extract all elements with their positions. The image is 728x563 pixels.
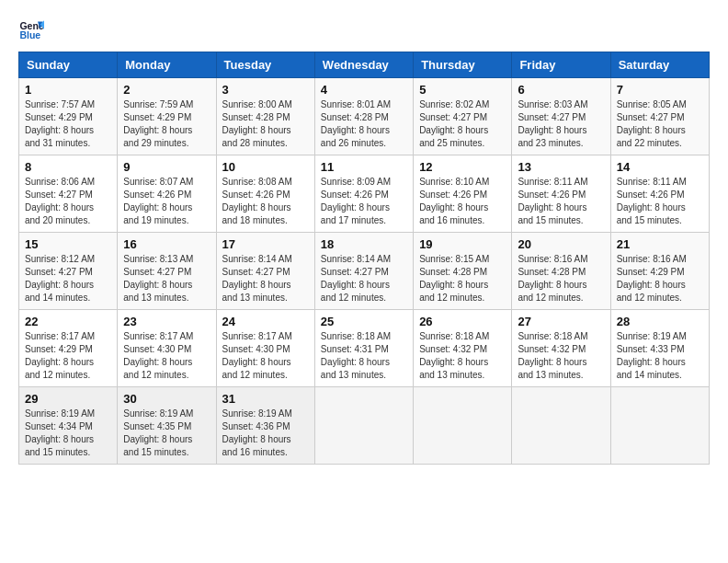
day-info: Sunrise: 8:10 AM Sunset: 4:26 PM Dayligh… bbox=[419, 176, 506, 227]
calendar-cell: 14Sunrise: 8:11 AM Sunset: 4:26 PM Dayli… bbox=[610, 155, 709, 233]
day-info: Sunrise: 8:18 AM Sunset: 4:31 PM Dayligh… bbox=[321, 330, 407, 382]
day-info: Sunrise: 7:59 AM Sunset: 4:29 PM Dayligh… bbox=[123, 98, 210, 150]
day-info: Sunrise: 8:19 AM Sunset: 4:36 PM Dayligh… bbox=[222, 408, 309, 459]
day-info: Sunrise: 8:08 AM Sunset: 4:26 PM Dayligh… bbox=[222, 176, 309, 227]
calendar-cell: 7Sunrise: 8:05 AM Sunset: 4:27 PM Daylig… bbox=[610, 78, 709, 155]
calendar-cell: 22Sunrise: 8:17 AM Sunset: 4:29 PM Dayli… bbox=[19, 310, 118, 387]
day-info: Sunrise: 8:06 AM Sunset: 4:27 PM Dayligh… bbox=[25, 176, 111, 227]
calendar-header-sunday: Sunday bbox=[19, 52, 118, 78]
calendar-cell: 5Sunrise: 8:02 AM Sunset: 4:27 PM Daylig… bbox=[414, 78, 512, 155]
day-info: Sunrise: 8:18 AM Sunset: 4:32 PM Dayligh… bbox=[518, 330, 604, 382]
day-info: Sunrise: 8:19 AM Sunset: 4:34 PM Dayligh… bbox=[25, 408, 111, 459]
calendar-cell: 24Sunrise: 8:17 AM Sunset: 4:30 PM Dayli… bbox=[216, 310, 314, 387]
calendar-cell: 25Sunrise: 8:18 AM Sunset: 4:31 PM Dayli… bbox=[314, 310, 413, 387]
day-info: Sunrise: 8:00 AM Sunset: 4:28 PM Dayligh… bbox=[222, 98, 309, 150]
calendar-cell: 3Sunrise: 8:00 AM Sunset: 4:28 PM Daylig… bbox=[216, 78, 314, 155]
day-number: 28 bbox=[617, 315, 703, 328]
day-info: Sunrise: 8:11 AM Sunset: 4:26 PM Dayligh… bbox=[518, 176, 604, 227]
day-number: 9 bbox=[123, 160, 210, 174]
day-number: 22 bbox=[25, 315, 111, 328]
day-number: 26 bbox=[419, 315, 506, 328]
day-info: Sunrise: 8:17 AM Sunset: 4:30 PM Dayligh… bbox=[222, 330, 309, 382]
calendar-cell: 10Sunrise: 8:08 AM Sunset: 4:26 PM Dayli… bbox=[216, 155, 314, 233]
day-info: Sunrise: 8:15 AM Sunset: 4:28 PM Dayligh… bbox=[419, 253, 506, 304]
day-info: Sunrise: 8:14 AM Sunset: 4:27 PM Dayligh… bbox=[321, 253, 407, 304]
day-info: Sunrise: 8:07 AM Sunset: 4:26 PM Dayligh… bbox=[123, 176, 210, 227]
calendar-week-3: 15Sunrise: 8:12 AM Sunset: 4:27 PM Dayli… bbox=[19, 233, 710, 310]
day-info: Sunrise: 8:16 AM Sunset: 4:28 PM Dayligh… bbox=[518, 253, 604, 304]
calendar-cell: 13Sunrise: 8:11 AM Sunset: 4:26 PM Dayli… bbox=[512, 155, 610, 233]
calendar-cell: 16Sunrise: 8:13 AM Sunset: 4:27 PM Dayli… bbox=[118, 233, 216, 310]
day-info: Sunrise: 8:17 AM Sunset: 4:30 PM Dayligh… bbox=[123, 330, 210, 382]
day-info: Sunrise: 8:19 AM Sunset: 4:33 PM Dayligh… bbox=[617, 330, 703, 382]
day-number: 20 bbox=[518, 237, 604, 251]
day-info: Sunrise: 8:05 AM Sunset: 4:27 PM Dayligh… bbox=[617, 98, 703, 150]
calendar-header-saturday: Saturday bbox=[610, 52, 709, 78]
calendar-header-tuesday: Tuesday bbox=[216, 52, 314, 78]
calendar-cell: 20Sunrise: 8:16 AM Sunset: 4:28 PM Dayli… bbox=[512, 233, 610, 310]
day-number: 24 bbox=[222, 315, 309, 328]
day-number: 18 bbox=[321, 237, 407, 251]
day-number: 10 bbox=[222, 160, 309, 174]
day-number: 12 bbox=[419, 160, 506, 174]
calendar-cell: 9Sunrise: 8:07 AM Sunset: 4:26 PM Daylig… bbox=[118, 155, 216, 233]
day-number: 19 bbox=[419, 237, 506, 251]
day-number: 17 bbox=[222, 237, 309, 251]
calendar-cell: 1Sunrise: 7:57 AM Sunset: 4:29 PM Daylig… bbox=[19, 78, 118, 155]
day-number: 11 bbox=[321, 160, 407, 174]
calendar-cell: 26Sunrise: 8:18 AM Sunset: 4:32 PM Dayli… bbox=[414, 310, 512, 387]
day-info: Sunrise: 8:16 AM Sunset: 4:29 PM Dayligh… bbox=[617, 253, 703, 304]
calendar-cell: 11Sunrise: 8:09 AM Sunset: 4:26 PM Dayli… bbox=[314, 155, 413, 233]
day-info: Sunrise: 8:02 AM Sunset: 4:27 PM Dayligh… bbox=[419, 98, 506, 150]
day-number: 25 bbox=[321, 315, 407, 328]
calendar-cell: 23Sunrise: 8:17 AM Sunset: 4:30 PM Dayli… bbox=[118, 310, 216, 387]
calendar-cell: 27Sunrise: 8:18 AM Sunset: 4:32 PM Dayli… bbox=[512, 310, 610, 387]
day-number: 8 bbox=[25, 160, 111, 174]
header: General Blue bbox=[18, 17, 710, 42]
calendar-week-4: 22Sunrise: 8:17 AM Sunset: 4:29 PM Dayli… bbox=[19, 310, 710, 387]
day-number: 23 bbox=[123, 315, 210, 328]
day-number: 14 bbox=[617, 160, 703, 174]
day-info: Sunrise: 8:14 AM Sunset: 4:27 PM Dayligh… bbox=[222, 253, 309, 304]
day-number: 6 bbox=[518, 83, 604, 97]
day-info: Sunrise: 8:01 AM Sunset: 4:28 PM Dayligh… bbox=[321, 98, 407, 150]
calendar-cell: 6Sunrise: 8:03 AM Sunset: 4:27 PM Daylig… bbox=[512, 78, 610, 155]
logo: General Blue bbox=[18, 17, 44, 42]
day-number: 21 bbox=[617, 237, 703, 251]
calendar-header-thursday: Thursday bbox=[414, 52, 512, 78]
day-info: Sunrise: 8:19 AM Sunset: 4:35 PM Dayligh… bbox=[123, 408, 210, 459]
calendar: SundayMondayTuesdayWednesdayThursdayFrid… bbox=[18, 52, 710, 465]
calendar-header-wednesday: Wednesday bbox=[314, 52, 413, 78]
calendar-cell bbox=[414, 387, 512, 465]
calendar-week-5: 29Sunrise: 8:19 AM Sunset: 4:34 PM Dayli… bbox=[19, 387, 710, 465]
day-number: 4 bbox=[321, 83, 407, 97]
day-number: 7 bbox=[617, 83, 703, 97]
calendar-header-monday: Monday bbox=[118, 52, 216, 78]
calendar-cell: 19Sunrise: 8:15 AM Sunset: 4:28 PM Dayli… bbox=[414, 233, 512, 310]
calendar-cell: 12Sunrise: 8:10 AM Sunset: 4:26 PM Dayli… bbox=[414, 155, 512, 233]
day-number: 3 bbox=[222, 83, 309, 97]
day-info: Sunrise: 8:18 AM Sunset: 4:32 PM Dayligh… bbox=[419, 330, 506, 382]
calendar-cell: 8Sunrise: 8:06 AM Sunset: 4:27 PM Daylig… bbox=[19, 155, 118, 233]
day-info: Sunrise: 8:12 AM Sunset: 4:27 PM Dayligh… bbox=[25, 253, 111, 304]
calendar-cell: 4Sunrise: 8:01 AM Sunset: 4:28 PM Daylig… bbox=[314, 78, 413, 155]
page: General Blue SundayMondayTuesdayWednesda… bbox=[0, 0, 728, 563]
calendar-cell bbox=[610, 387, 709, 465]
svg-text:Blue: Blue bbox=[19, 29, 40, 40]
calendar-header-friday: Friday bbox=[512, 52, 610, 78]
day-number: 2 bbox=[123, 83, 210, 97]
day-number: 13 bbox=[518, 160, 604, 174]
calendar-cell: 2Sunrise: 7:59 AM Sunset: 4:29 PM Daylig… bbox=[118, 78, 216, 155]
day-number: 29 bbox=[25, 392, 111, 406]
day-number: 1 bbox=[25, 83, 111, 97]
calendar-cell: 28Sunrise: 8:19 AM Sunset: 4:33 PM Dayli… bbox=[610, 310, 709, 387]
day-info: Sunrise: 8:11 AM Sunset: 4:26 PM Dayligh… bbox=[617, 176, 703, 227]
calendar-cell: 17Sunrise: 8:14 AM Sunset: 4:27 PM Dayli… bbox=[216, 233, 314, 310]
day-number: 5 bbox=[419, 83, 506, 97]
logo-icon: General Blue bbox=[18, 17, 44, 42]
day-number: 16 bbox=[123, 237, 210, 251]
day-info: Sunrise: 8:17 AM Sunset: 4:29 PM Dayligh… bbox=[25, 330, 111, 382]
calendar-cell: 18Sunrise: 8:14 AM Sunset: 4:27 PM Dayli… bbox=[314, 233, 413, 310]
calendar-cell bbox=[512, 387, 610, 465]
calendar-header-row: SundayMondayTuesdayWednesdayThursdayFrid… bbox=[19, 52, 710, 78]
